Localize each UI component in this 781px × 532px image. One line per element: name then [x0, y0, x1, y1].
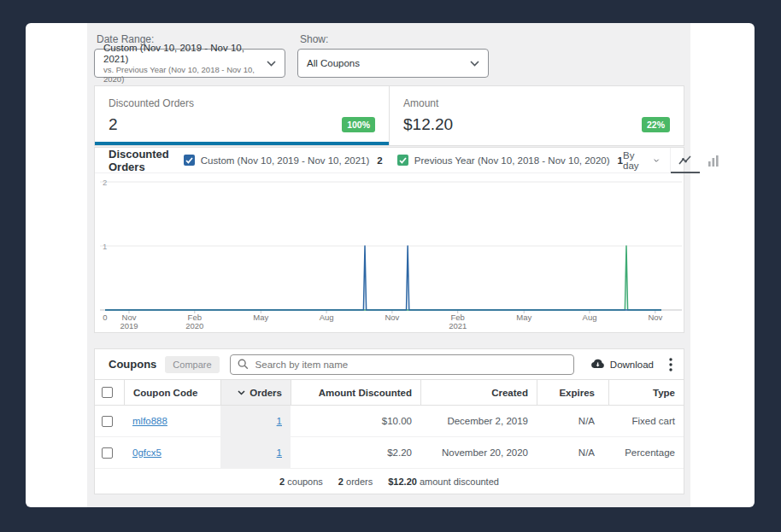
- chart-card: Discounted Orders Custom (Nov 10, 2019 -…: [94, 147, 684, 333]
- row-select-cell: [95, 437, 124, 468]
- chart-title: Discounted Orders: [109, 148, 169, 173]
- table-toolbar: Coupons Compare Download: [95, 349, 684, 379]
- coupon-code-link[interactable]: mlfo888: [132, 416, 167, 426]
- created-cell: November 20, 2020: [420, 437, 537, 468]
- table-row: mlfo888 1 $10.00 December 2, 2019 N/A Fi…: [95, 406, 684, 437]
- created-cell: December 2, 2019: [420, 406, 537, 436]
- analytics-coupons-page: Date Range: Custom (Nov 10, 2019 - Nov 1…: [87, 23, 690, 507]
- col-created[interactable]: Created: [420, 380, 537, 405]
- expires-cell: N/A: [537, 437, 608, 468]
- summary-amount-discounted: $12.20: [388, 476, 417, 487]
- line-chart-toggle[interactable]: [671, 148, 700, 173]
- show-value: All Coupons: [307, 58, 360, 69]
- kebab-menu-icon[interactable]: [669, 358, 672, 371]
- show-select[interactable]: All Coupons: [297, 49, 489, 78]
- summary-orders-count: 2: [338, 476, 344, 487]
- svg-text:Aug: Aug: [320, 313, 334, 322]
- orders-count-link[interactable]: 1: [277, 447, 282, 458]
- search-input[interactable]: [254, 359, 567, 371]
- show-filter: Show: All Coupons: [297, 33, 489, 78]
- row-checkbox[interactable]: [102, 447, 113, 459]
- type-cell: Fixed cart: [608, 406, 684, 436]
- summary-card-amount[interactable]: Amount $12.20 22%: [389, 86, 684, 145]
- col-expires[interactable]: Expires: [537, 380, 608, 405]
- date-range-compare: vs. Previous Year (Nov 10, 2018 - Nov 10…: [103, 65, 267, 84]
- table-summary: 2 coupons 2 orders $12.20 amount discoun…: [95, 469, 684, 494]
- select-all-checkbox[interactable]: [102, 387, 113, 398]
- table-header-row: Coupon Code Orders Amount Discounted Cre…: [95, 379, 684, 406]
- table-title: Coupons: [109, 358, 156, 371]
- date-range-filter: Date Range: Custom (Nov 10, 2019 - Nov 1…: [94, 33, 285, 78]
- orders-count-link[interactable]: 1: [277, 416, 282, 426]
- summary-card-discounted-orders[interactable]: Discounted Orders 2 100%: [95, 86, 389, 145]
- orders-chart[interactable]: 120Nov2019Feb2020MayAugNovFeb2021MayAugN…: [95, 173, 684, 332]
- col-amount-discounted[interactable]: Amount Discounted: [291, 380, 420, 405]
- date-range-value: Custom (Nov 10, 2019 - Nov 10, 2021): [103, 43, 267, 65]
- chevron-down-icon: [267, 61, 276, 67]
- type-cell: Percentage: [608, 437, 684, 468]
- bar-chart-icon: [708, 155, 719, 167]
- legend-item-custom[interactable]: Custom (Nov 10, 2019 - Nov 10, 2021) 2: [184, 155, 383, 166]
- row-select-cell: [95, 406, 124, 436]
- cloud-download-icon: [590, 359, 605, 370]
- svg-text:May: May: [253, 313, 268, 322]
- summary-label: Amount: [403, 97, 670, 109]
- checkbox-checked-icon: [184, 155, 195, 166]
- svg-text:0: 0: [103, 313, 107, 322]
- svg-text:May: May: [516, 313, 531, 322]
- search-box: [230, 354, 574, 375]
- interval-select[interactable]: By day: [623, 150, 670, 171]
- compare-button[interactable]: Compare: [165, 356, 219, 373]
- window-frame: Date Range: Custom (Nov 10, 2019 - Nov 1…: [0, 0, 781, 532]
- sort-descending-icon: [238, 390, 245, 395]
- chart-header: Discounted Orders Custom (Nov 10, 2019 -…: [95, 148, 684, 173]
- select-all-cell: [95, 380, 124, 405]
- svg-text:1: 1: [103, 242, 107, 251]
- coupon-code-link[interactable]: 0gfcx5: [132, 447, 161, 458]
- svg-text:2019: 2019: [120, 321, 138, 330]
- col-type[interactable]: Type: [608, 380, 684, 405]
- amount-discounted-cell: $10.00: [291, 406, 420, 436]
- svg-text:Aug: Aug: [583, 313, 597, 322]
- summary-coupons-count: 2: [279, 476, 285, 487]
- col-orders[interactable]: Orders: [220, 380, 291, 405]
- interval-value: By day: [623, 150, 642, 171]
- row-checkbox[interactable]: [102, 416, 113, 427]
- coupons-table-card: Coupons Compare Download: [94, 348, 684, 494]
- summary-delta-badge: 100%: [342, 117, 375, 132]
- table-row: 0gfcx5 1 $2.20 November 20, 2020 N/A Per…: [95, 437, 684, 469]
- legend-item-previous-year[interactable]: Previous Year (Nov 10, 2018 - Nov 10, 20…: [397, 155, 623, 166]
- summary-value: 2: [109, 115, 118, 134]
- svg-text:2: 2: [103, 178, 107, 187]
- line-chart-icon: [678, 155, 692, 167]
- search-icon: [238, 359, 249, 370]
- summary-label: Discounted Orders: [109, 97, 375, 109]
- legend-label: Custom (Nov 10, 2019 - Nov 10, 2021): [201, 155, 370, 166]
- svg-text:2020: 2020: [185, 321, 203, 330]
- legend-count: 2: [377, 155, 382, 166]
- svg-text:2021: 2021: [449, 321, 467, 330]
- svg-text:Nov: Nov: [648, 313, 662, 322]
- download-label: Download: [610, 360, 654, 370]
- summary-cards: Discounted Orders 2 100% Amount $12.20 2…: [94, 85, 684, 146]
- svg-text:Nov: Nov: [385, 313, 399, 322]
- amount-discounted-cell: $2.20: [291, 437, 420, 468]
- app-window: Date Range: Custom (Nov 10, 2019 - Nov 1…: [26, 23, 755, 507]
- chevron-down-icon: [470, 61, 479, 67]
- bar-chart-toggle[interactable]: [700, 148, 727, 173]
- summary-value: $12.20: [403, 115, 453, 134]
- summary-delta-badge: 22%: [642, 117, 670, 132]
- chevron-down-icon: [654, 158, 659, 163]
- show-label: Show:: [300, 33, 489, 45]
- col-coupon-code[interactable]: Coupon Code: [124, 380, 220, 405]
- download-button[interactable]: Download: [585, 358, 659, 371]
- checkbox-checked-icon: [397, 155, 408, 166]
- legend-label: Previous Year (Nov 10, 2018 - Nov 10, 20…: [414, 155, 610, 166]
- date-range-select[interactable]: Custom (Nov 10, 2019 - Nov 10, 2021) vs.…: [94, 49, 285, 78]
- expires-cell: N/A: [537, 406, 608, 436]
